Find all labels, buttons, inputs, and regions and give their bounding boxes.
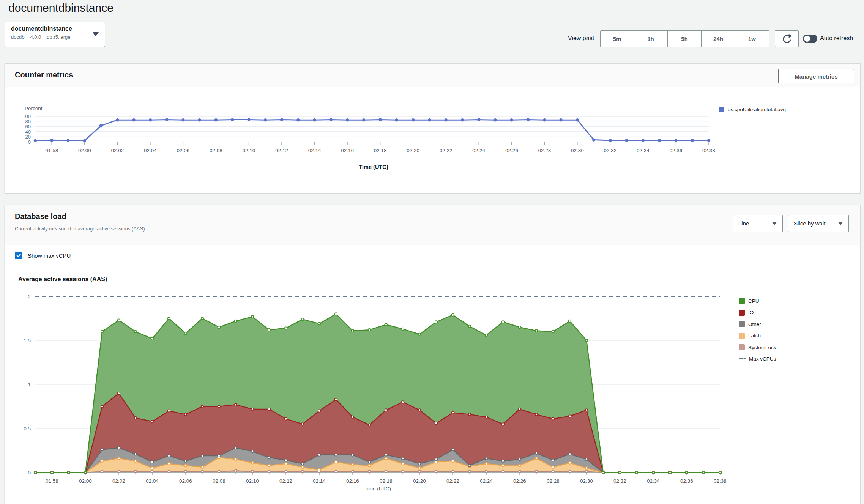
counter-x-axis-label: Time (UTC) — [336, 164, 412, 170]
aas-chart[interactable]: 00.511.5201:5802:0002:0202:0402:0602:080… — [5, 289, 860, 502]
chevron-down-icon — [93, 32, 99, 36]
svg-text:0: 0 — [28, 470, 31, 476]
color-swatch — [719, 107, 724, 112]
svg-text:02:00: 02:00 — [79, 478, 92, 484]
legend-item-systemlock[interactable]: SystemLock — [739, 342, 776, 353]
instance-version: 4.0.0 — [30, 34, 41, 40]
legend-label: Other — [748, 321, 761, 327]
svg-text:02:28: 02:28 — [547, 478, 560, 484]
svg-text:02:02: 02:02 — [111, 148, 124, 153]
auto-refresh-label: Auto refresh — [820, 35, 853, 42]
svg-text:02:16: 02:16 — [341, 148, 354, 153]
svg-text:1.5: 1.5 — [24, 338, 31, 343]
svg-text:02:04: 02:04 — [144, 148, 157, 153]
counter-chart-legend: os.cpuUtilization.total.avg — [719, 107, 786, 112]
color-swatch — [739, 333, 745, 339]
svg-text:02:30: 02:30 — [580, 478, 593, 484]
legend-label: Max vCPUs — [749, 356, 776, 362]
chart-type-select-value: Line — [738, 220, 749, 227]
view-past-label: View past — [568, 35, 594, 42]
chevron-down-icon — [838, 222, 843, 225]
chevron-down-icon — [772, 222, 777, 225]
svg-text:02:06: 02:06 — [177, 148, 190, 153]
svg-text:02:10: 02:10 — [246, 478, 259, 484]
view-past-5h-button[interactable]: 5h — [668, 30, 702, 47]
performance-insights-page: documentdbinstance documentdbinstance do… — [0, 0, 864, 504]
svg-text:02:08: 02:08 — [210, 148, 222, 153]
svg-text:02:08: 02:08 — [213, 478, 225, 484]
svg-text:02:36: 02:36 — [680, 478, 693, 484]
database-load-subtitle: Current activity measured in average act… — [15, 226, 145, 232]
legend-label: os.cpuUtilization.total.avg — [728, 107, 786, 112]
svg-text:02:00: 02:00 — [78, 148, 91, 153]
svg-text:02:28: 02:28 — [538, 148, 551, 153]
svg-text:0.5: 0.5 — [24, 426, 31, 432]
legend-label: CPU — [748, 298, 759, 304]
svg-text:02:32: 02:32 — [613, 478, 626, 484]
svg-text:02:34: 02:34 — [637, 148, 650, 153]
check-icon — [16, 253, 21, 258]
svg-text:20: 20 — [25, 134, 31, 140]
svg-text:02:34: 02:34 — [647, 478, 660, 484]
instance-class: db.r5.large — [47, 34, 70, 40]
svg-text:02:14: 02:14 — [308, 148, 321, 153]
legend-item-latch[interactable]: Latch — [739, 330, 776, 342]
svg-text:02:38: 02:38 — [714, 478, 727, 484]
refresh-icon — [780, 32, 793, 45]
counter-metrics-chart[interactable]: 02040608010001:5802:0002:0202:0402:0602:… — [5, 111, 860, 176]
svg-text:02:02: 02:02 — [112, 478, 125, 484]
legend-label: IO — [748, 310, 754, 315]
chart-type-select[interactable]: Line — [733, 215, 783, 232]
svg-text:01:58: 01:58 — [46, 478, 58, 484]
aas-x-axis-label: Time (UTC) — [340, 486, 416, 491]
page-title: documentdbinstance — [8, 2, 114, 14]
view-past-button-group: 5m1h5h24h1w — [600, 30, 769, 47]
view-past-1h-button[interactable]: 1h — [634, 30, 668, 47]
svg-text:60: 60 — [25, 124, 31, 129]
svg-text:01:58: 01:58 — [45, 148, 58, 153]
svg-text:02:32: 02:32 — [604, 148, 616, 153]
svg-text:02:22: 02:22 — [446, 478, 459, 484]
instance-meta: docdb 4.0.0 db.r5.large — [11, 34, 90, 40]
svg-text:02:24: 02:24 — [480, 478, 493, 484]
svg-text:02:30: 02:30 — [571, 148, 584, 153]
svg-text:40: 40 — [25, 129, 31, 135]
svg-text:02:22: 02:22 — [440, 148, 452, 153]
manage-metrics-button[interactable]: Manage metrics — [778, 69, 854, 83]
dashed-line-swatch — [739, 358, 746, 359]
instance-engine: docdb — [11, 34, 24, 40]
svg-text:1: 1 — [28, 382, 31, 387]
legend-item-os-cpuutilization-total-avg[interactable]: os.cpuUtilization.total.avg — [719, 107, 786, 112]
view-past-24h-button[interactable]: 24h — [702, 30, 735, 47]
color-swatch — [739, 298, 745, 304]
slice-by-select-value: Slice by wait — [794, 220, 825, 227]
show-max-vcpu-checkbox[interactable] — [15, 252, 22, 259]
svg-text:02:16: 02:16 — [346, 478, 359, 484]
refresh-button[interactable] — [775, 30, 799, 47]
database-load-header: Database load Current activity measured … — [5, 205, 860, 245]
svg-text:02:10: 02:10 — [243, 148, 255, 153]
auto-refresh-toggle[interactable] — [803, 35, 817, 43]
legend-label: SystemLock — [748, 345, 776, 350]
legend-item-other[interactable]: Other — [739, 318, 776, 330]
svg-text:02:06: 02:06 — [179, 478, 192, 484]
svg-text:02:12: 02:12 — [275, 148, 288, 153]
slice-by-select[interactable]: Slice by wait — [788, 215, 849, 232]
color-swatch — [739, 344, 745, 350]
svg-text:02:26: 02:26 — [513, 478, 526, 484]
instance-selector[interactable]: documentdbinstance docdb 4.0.0 db.r5.lar… — [5, 22, 105, 47]
svg-text:2: 2 — [28, 294, 31, 299]
view-past-1w-button[interactable]: 1w — [735, 30, 769, 47]
legend-item-cpu[interactable]: CPU — [739, 295, 776, 307]
legend-item-max-vcpus[interactable]: Max vCPUs — [739, 353, 776, 365]
svg-text:02:12: 02:12 — [279, 478, 292, 484]
svg-text:02:18: 02:18 — [374, 148, 387, 153]
aas-chart-legend: CPUIOOtherLatchSystemLockMax vCPUs — [739, 295, 776, 365]
view-past-5m-button[interactable]: 5m — [600, 30, 634, 47]
svg-text:02:38: 02:38 — [702, 148, 715, 153]
show-max-vcpu-row[interactable]: Show max vCPU — [15, 252, 71, 259]
legend-label: Latch — [748, 333, 761, 339]
svg-text:02:24: 02:24 — [472, 148, 485, 153]
counter-metrics-header: Counter metrics Manage metrics — [5, 64, 860, 87]
legend-item-io[interactable]: IO — [739, 307, 776, 319]
